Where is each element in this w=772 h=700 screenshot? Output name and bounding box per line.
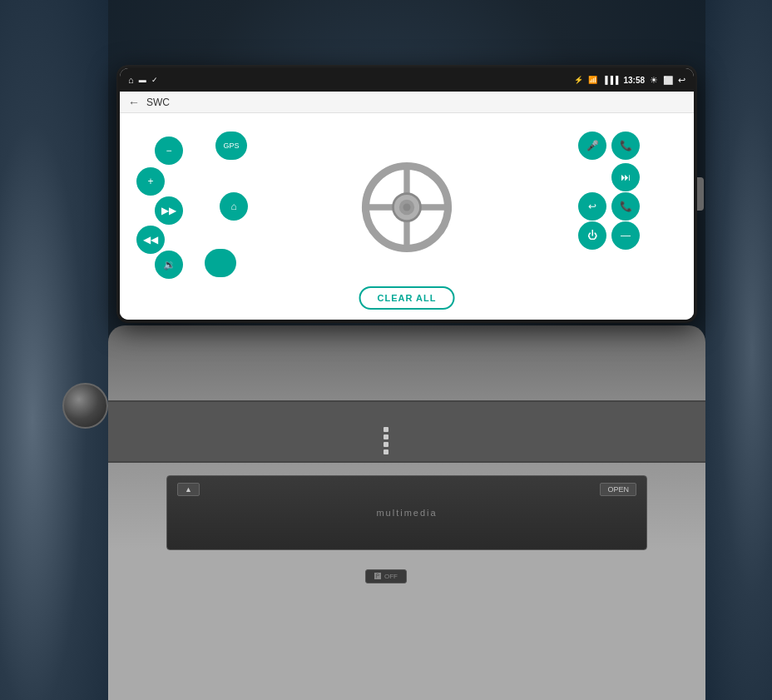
screen-icon: ▬ — [139, 76, 146, 84]
prev-track-button[interactable]: ◀◀ — [136, 226, 165, 254]
back-button[interactable]: ↩ — [578, 192, 606, 221]
center-indicator — [384, 427, 388, 454]
gps-button[interactable]: GPS — [215, 132, 247, 160]
home-menu-button[interactable]: ⌂ — [220, 192, 248, 221]
nav-back-button[interactable]: ← — [128, 96, 140, 109]
gps-label: GPS — [223, 141, 239, 150]
home-icon: ⌂ — [128, 75, 134, 85]
skip-forward-icon: ⏭ — [621, 171, 631, 183]
end-call-icon: — — [621, 230, 631, 241]
park-label: OFF — [384, 573, 398, 580]
end-call-button[interactable]: — — [611, 221, 640, 250]
phone-answer-icon: 📞 — [620, 140, 632, 151]
park-symbol: 🅿 — [374, 573, 381, 580]
status-bar-left: ⌂ ▬ ✓ — [128, 75, 158, 85]
multimedia-label: multimedia — [376, 508, 437, 518]
main-screen: ⌂ ▬ ✓ ⚡ 📶 ▐▐▐ 13:58 ☀ ⬜ ↩ ← SWC — [120, 68, 694, 320]
bluetooth-icon: ⚡ — [574, 76, 583, 84]
microphone-icon: 🎤 — [586, 140, 599, 151]
signal-icon: ▐▐▐ — [602, 76, 618, 84]
mute-button[interactable]: 🔉 — [155, 251, 183, 279]
volume-down-button[interactable]: − — [155, 137, 183, 165]
status-bar-right: ⚡ 📶 ▐▐▐ 13:58 ☀ ⬜ ↩ — [574, 75, 685, 86]
brightness-icon: ☀ — [650, 75, 658, 86]
clear-all-button[interactable]: CLEAR ALL — [359, 286, 455, 310]
microphone-button[interactable]: 🎤 — [578, 132, 606, 160]
phone-call-button[interactable]: 📞 — [611, 192, 640, 221]
park-indicator: 🅿 OFF — [365, 569, 407, 583]
power-icon: ⏻ — [587, 230, 597, 241]
check-icon: ✓ — [151, 76, 158, 84]
svg-point-7 — [403, 203, 410, 211]
open-button[interactable]: OPEN — [600, 483, 636, 496]
volume-up-icon: + — [147, 176, 153, 187]
multimedia-unit: multimedia OPEN ▲ — [166, 475, 647, 550]
nav-title: SWC — [146, 97, 170, 108]
home-menu-icon: ⌂ — [230, 201, 236, 212]
back-icon: ↩ — [588, 201, 596, 212]
window-icon: ⬜ — [663, 76, 673, 85]
indicator-dot — [384, 442, 388, 447]
mode-button[interactable] — [205, 249, 236, 277]
prev-track-icon: ◀◀ — [143, 234, 158, 246]
phone-call-icon: 📞 — [620, 201, 632, 212]
next-track-icon: ▶▶ — [161, 205, 176, 216]
mute-icon: 🔉 — [163, 259, 176, 271]
air-vents — [108, 400, 705, 463]
indicator-dot — [384, 449, 388, 454]
screen-side-button[interactable] — [697, 177, 704, 211]
screen-bezel: ⌂ ▬ ✓ ⚡ 📶 ▐▐▐ 13:58 ☀ ⬜ ↩ ← SWC — [116, 65, 697, 323]
nav-bar: ← SWC — [120, 92, 694, 113]
volume-up-button[interactable]: + — [136, 167, 165, 196]
indicator-dot — [384, 427, 388, 432]
left-door-panel — [0, 0, 108, 700]
left-knob[interactable] — [62, 383, 108, 429]
indicator-dots — [384, 427, 388, 454]
eject-button[interactable]: ▲ — [177, 483, 200, 496]
status-bar: ⌂ ▬ ✓ ⚡ 📶 ▐▐▐ 13:58 ☀ ⬜ ↩ — [120, 68, 694, 92]
steering-wheel — [361, 161, 453, 253]
right-panel — [705, 0, 772, 700]
indicator-dot — [384, 434, 388, 439]
phone-answer-button[interactable]: 📞 — [611, 132, 640, 160]
volume-down-icon: − — [166, 145, 171, 156]
next-track-button[interactable]: ▶▶ — [155, 196, 183, 225]
wifi-icon: 📶 — [588, 76, 597, 84]
back-system-icon[interactable]: ↩ — [678, 75, 685, 86]
swc-content: − + ▶▶ ◀◀ 🔉 GPS ⌂ — [120, 113, 694, 320]
skip-forward-button[interactable]: ⏭ — [611, 163, 640, 191]
power-button[interactable]: ⏻ — [578, 221, 606, 250]
time-display: 13:58 — [623, 76, 645, 85]
